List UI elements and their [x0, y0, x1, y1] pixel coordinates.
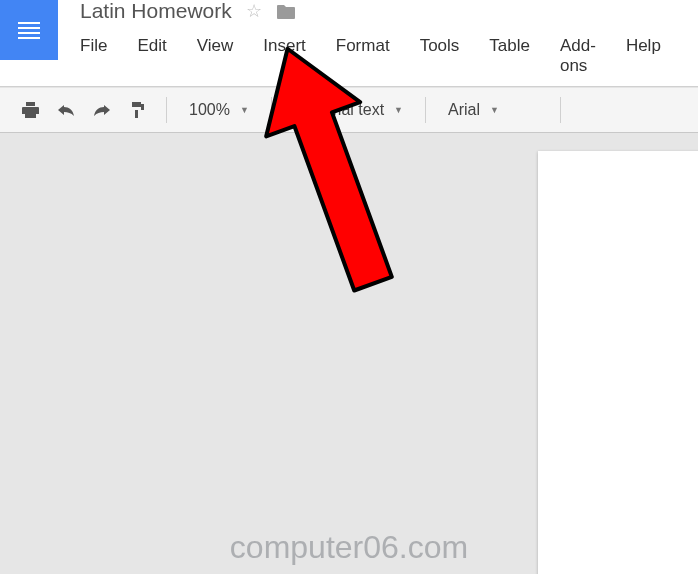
- menu-view[interactable]: View: [197, 32, 250, 80]
- document-page[interactable]: [538, 151, 698, 574]
- document-title[interactable]: Latin Homework: [80, 0, 232, 23]
- header-bar: Latin Homework ☆ File Edit View Insert F…: [0, 0, 698, 87]
- paint-format-button[interactable]: [122, 95, 154, 125]
- toolbar-separator: [271, 97, 272, 123]
- redo-button[interactable]: [86, 95, 118, 125]
- caret-down-icon: ▼: [490, 105, 499, 115]
- menu-edit[interactable]: Edit: [137, 32, 182, 80]
- folder-icon[interactable]: [276, 3, 296, 20]
- menu-bar: File Edit View Insert Format Tools Table…: [80, 32, 691, 86]
- docs-logo-icon: [18, 22, 40, 39]
- style-value: ormal text: [314, 101, 384, 119]
- font-value: Arial: [448, 101, 480, 119]
- font-selector[interactable]: Arial ▼: [438, 95, 548, 125]
- document-workspace: [0, 133, 698, 574]
- menu-file[interactable]: File: [80, 32, 123, 80]
- title-row: Latin Homework ☆: [80, 0, 691, 22]
- caret-down-icon: ▼: [240, 105, 249, 115]
- menu-format[interactable]: Format: [336, 32, 406, 80]
- docs-logo[interactable]: [0, 0, 58, 60]
- zoom-value: 100%: [189, 101, 230, 119]
- toolbar-separator: [166, 97, 167, 123]
- star-icon[interactable]: ☆: [246, 0, 262, 22]
- caret-down-icon: ▼: [394, 105, 403, 115]
- title-area: Latin Homework ☆ File Edit View Insert F…: [58, 0, 698, 86]
- paragraph-style-selector[interactable]: ormal text ▼: [284, 95, 413, 125]
- menu-help[interactable]: Help: [626, 32, 677, 80]
- menu-tools[interactable]: Tools: [420, 32, 476, 80]
- toolbar-separator: [425, 97, 426, 123]
- print-button[interactable]: [14, 95, 46, 125]
- menu-table[interactable]: Table: [489, 32, 546, 80]
- toolbar-separator: [560, 97, 561, 123]
- toolbar: 100% ▼ ormal text ▼ Arial ▼: [0, 87, 698, 133]
- undo-button[interactable]: [50, 95, 82, 125]
- zoom-selector[interactable]: 100% ▼: [179, 95, 259, 125]
- menu-addons[interactable]: Add-ons: [560, 32, 612, 80]
- menu-insert[interactable]: Insert: [263, 32, 322, 80]
